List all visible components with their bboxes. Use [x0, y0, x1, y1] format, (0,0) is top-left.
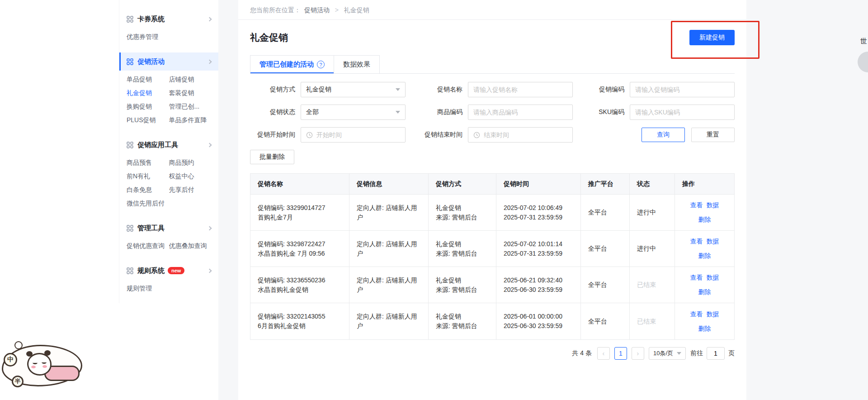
page-number-button[interactable]: 1 [614, 347, 627, 360]
start-time-picker[interactable] [301, 127, 406, 143]
sidebar-header-management-tools[interactable]: 管理工具 [119, 219, 218, 237]
sidebar-header-promotions[interactable]: 促销活动 [119, 52, 218, 71]
data-link[interactable]: 数据 [707, 310, 719, 319]
end-time-input[interactable] [484, 131, 567, 138]
sidebar-item-discount-stack-query[interactable]: 优惠叠加查询 [169, 239, 212, 252]
sticker-panda-blush [31, 366, 36, 368]
promo-source-text: 来源: 营销后台 [436, 285, 489, 295]
sidebar-header-card-system[interactable]: 卡券系统 [119, 10, 218, 28]
sku-code-input[interactable] [635, 109, 729, 116]
sidebar-item-presale[interactable]: 商品预售 [127, 156, 169, 169]
sidebar-item-multi-discount[interactable]: 单品多件直降 [169, 113, 212, 127]
cell-method: 礼金促销 来源: 营销后台 [429, 303, 496, 339]
pagination: 共 4 条 ‹ 1 › 10条/页 前往 页 [250, 347, 735, 360]
sidebar-item-promo-discount-query[interactable]: 促销优惠查询 [127, 239, 169, 252]
search-button[interactable]: 查询 [642, 128, 685, 142]
section-title: 管理工具 [137, 224, 165, 233]
sidebar-item-plus-promo[interactable]: PLUS促销 [127, 113, 169, 127]
sidebar-item-benefit-center[interactable]: 权益中心 [169, 169, 212, 183]
layout-gap [218, 0, 238, 400]
sidebar-section-card-system: 卡券系统 优惠券管理 [119, 10, 218, 48]
promo-name-field[interactable] [468, 82, 573, 97]
promo-code-input[interactable] [635, 86, 729, 93]
data-link[interactable]: 数据 [707, 237, 719, 246]
sidebar-header-rule-system[interactable]: 规则系统 new [119, 262, 218, 280]
promotions-table: 促销名称 促销信息 促销方式 促销时间 推广平台 状态 操作 促销编码: 332… [250, 173, 735, 340]
new-promotion-button[interactable]: 新建促销 [689, 30, 735, 45]
promo-name-text: 首购礼金7月 [258, 213, 342, 222]
sidebar-item-shop-promo[interactable]: 店铺促销 [169, 72, 212, 86]
sidebar-item-bundle-promo[interactable]: 套装促销 [169, 86, 212, 100]
col-header-actions: 操作 [675, 174, 734, 195]
grid-icon [127, 16, 133, 23]
promo-status-select[interactable]: 全部 [301, 105, 406, 120]
promo-method-value: 礼金促销 [306, 86, 331, 94]
grid-icon [127, 267, 133, 274]
prev-page-button[interactable]: ‹ [597, 347, 610, 360]
tab-data-effect[interactable]: 数据效果 [334, 55, 380, 73]
filter-form: 促销方式 礼金促销 促销名称 促销编码 [250, 82, 735, 143]
sidebar-item-manage-created[interactable]: 管理已创... [169, 100, 212, 113]
table-row: 促销编码: 33299014727 首购礼金7月 定向人群: 店铺新人用户 礼金… [250, 195, 734, 231]
promo-name-text: 水晶首购礼金促销 [258, 285, 342, 295]
help-icon[interactable]: ? [317, 61, 325, 68]
cell-info: 定向人群: 店铺新人用户 [349, 195, 429, 231]
sidebar-item-enjoy-first-pay-later[interactable]: 先享后付 [169, 183, 212, 196]
promo-method-text: 礼金促销 [436, 276, 489, 285]
sticker-panda-blush [42, 365, 47, 368]
promo-code-field[interactable] [630, 82, 735, 97]
cell-name: 促销编码: 33299014727 首购礼金7月 [250, 195, 349, 231]
table-row: 促销编码: 33202143055 6月首购礼金促销 定向人群: 店铺新人用户 … [250, 303, 734, 339]
sidebar-header-promo-tools[interactable]: 促销应用工具 [119, 136, 218, 154]
sidebar-item-single-product-promo[interactable]: 单品促销 [127, 72, 169, 86]
sticker-doodle-icon [14, 341, 23, 349]
delete-link[interactable]: 删除 [698, 324, 711, 333]
promo-name-input[interactable] [473, 86, 567, 93]
breadcrumb-item-promotions[interactable]: 促销活动 [304, 6, 330, 14]
section-title: 促销应用工具 [137, 141, 178, 149]
delete-link[interactable]: 删除 [698, 251, 711, 261]
breadcrumb: 您当前所在位置： 促销活动 > 礼金促销 [238, 0, 746, 20]
sidebar-item-gift-money-promo[interactable]: 礼金促销 [127, 86, 169, 100]
sidebar-item-reservation[interactable]: 商品预约 [169, 156, 212, 169]
promo-source-text: 来源: 营销后台 [436, 213, 489, 222]
sidebar-item-first-n-gift[interactable]: 前N有礼 [127, 169, 169, 183]
data-link[interactable]: 数据 [707, 273, 719, 282]
sidebar-item-wechat-use-first[interactable]: 微信先用后付 [127, 196, 211, 210]
bulk-delete-button[interactable]: 批量删除 [250, 150, 294, 164]
main-panel: 您当前所在位置： 促销活动 > 礼金促销 礼金促销 新建促销 管理已创建的活动 … [238, 0, 746, 400]
delete-link[interactable]: 删除 [698, 215, 711, 224]
view-link[interactable]: 查看 [690, 310, 703, 319]
sticker: 中 半 [1, 338, 89, 392]
promo-method-select[interactable]: 礼金促销 [301, 82, 406, 97]
data-link[interactable]: 数据 [707, 200, 719, 210]
cell-method: 礼金促销 来源: 营销后台 [429, 267, 496, 303]
sku-code-field[interactable] [630, 105, 735, 120]
start-time-input[interactable] [316, 131, 400, 138]
sidebar-item-trade-in-promo[interactable]: 换购促销 [127, 100, 169, 113]
chevron-right-icon [208, 143, 212, 147]
promo-code-label: 促销编码 [585, 86, 624, 94]
goto-page-input[interactable] [707, 347, 725, 360]
cell-time: 2025-06-21 09:32:40 2025-06-30 23:59:59 [496, 267, 581, 303]
next-page-button[interactable]: › [632, 347, 644, 360]
tab-manage-created-activities[interactable]: 管理已创建的活动 ? [250, 55, 334, 73]
promo-info-text: 定向人群: 店铺新人用户 [357, 312, 421, 331]
delete-link[interactable]: 删除 [698, 287, 711, 297]
breadcrumb-item-gift-money[interactable]: 礼金促销 [344, 6, 369, 14]
view-link[interactable]: 查看 [690, 237, 703, 246]
sidebar-item-coupon-management[interactable]: 优惠券管理 [127, 30, 211, 43]
tabs: 管理已创建的活动 ? 数据效果 [250, 55, 735, 74]
end-time-picker[interactable] [468, 127, 573, 143]
reset-button[interactable]: 重置 [691, 128, 735, 142]
product-code-label: 商品编码 [417, 108, 462, 116]
view-link[interactable]: 查看 [690, 200, 703, 210]
page-size-select[interactable]: 10条/页 [649, 347, 686, 360]
sidebar-item-rule-management[interactable]: 规则管理 [127, 281, 211, 295]
product-code-field[interactable] [468, 105, 573, 120]
product-code-input[interactable] [473, 109, 567, 116]
view-link[interactable]: 查看 [690, 273, 703, 282]
promo-method-text: 礼金促销 [436, 312, 489, 321]
goto-label: 前往 [690, 349, 703, 357]
sidebar-item-baitiao-interest-free[interactable]: 白条免息 [127, 183, 169, 196]
